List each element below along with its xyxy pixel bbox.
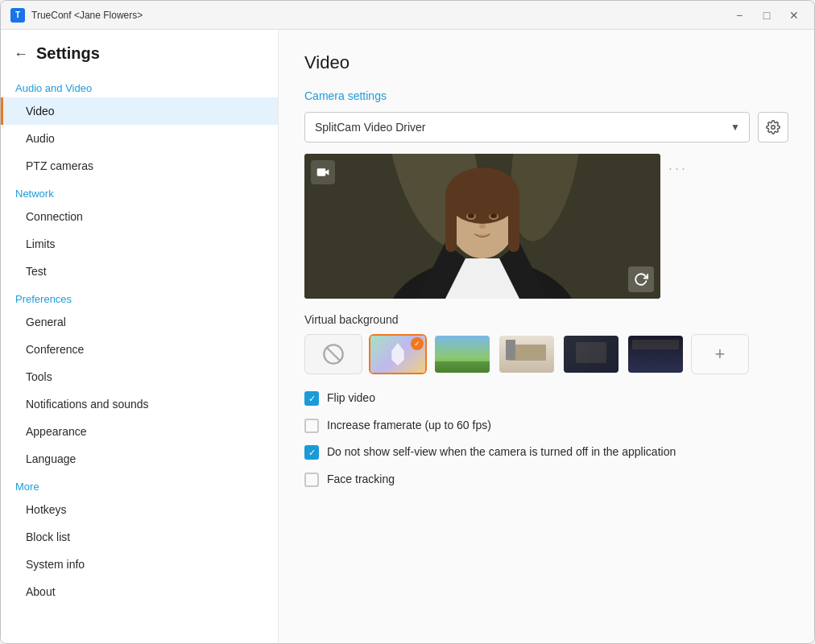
- more-options-area: ···: [668, 154, 688, 177]
- sidebar-item-limits[interactable]: Limits: [1, 230, 278, 258]
- svg-rect-13: [508, 196, 519, 252]
- no-background-icon: [322, 343, 345, 365]
- titlebar: T TrueConf <Jane Flowers> − □ ✕: [1, 1, 814, 30]
- svg-point-16: [468, 213, 474, 218]
- sidebar-title: Settings: [36, 44, 100, 63]
- checkbox-framerate: Increase framerate (up to 60 fps): [304, 418, 788, 434]
- sidebar-item-audio[interactable]: Audio: [1, 125, 278, 152]
- svg-rect-12: [445, 196, 457, 252]
- maximize-button[interactable]: □: [756, 7, 777, 23]
- drop-shape: [389, 343, 407, 365]
- vbg-none[interactable]: [304, 334, 362, 374]
- more-options-button[interactable]: ···: [668, 160, 688, 177]
- app-icon: T: [10, 8, 25, 23]
- vbg-dark[interactable]: [627, 334, 685, 374]
- decor1: [506, 340, 515, 360]
- office-bg-preview: [499, 336, 554, 373]
- sidebar-item-video[interactable]: Video: [1, 97, 278, 125]
- checkbox-flip-video: ✓ Flip video: [304, 390, 788, 407]
- section-label-preferences: Preferences: [1, 285, 278, 308]
- outdoor-bg-preview: [435, 336, 490, 373]
- checkbox-face-tracking: Face tracking: [304, 472, 788, 488]
- sidebar-item-ptz-cameras[interactable]: PTZ cameras: [1, 152, 278, 180]
- svg-line-20: [327, 348, 340, 361]
- camera-select-wrapper: SplitCam Video Driver ▼: [304, 112, 750, 142]
- dark-top: [632, 340, 679, 349]
- titlebar-buttons: − □ ✕: [729, 7, 805, 23]
- vbg-office[interactable]: [498, 334, 556, 374]
- vbg-add-button[interactable]: +: [691, 334, 749, 374]
- sidebar-item-conference[interactable]: Conference: [1, 336, 278, 363]
- flip-video-checkbox[interactable]: ✓: [304, 391, 319, 406]
- camera-settings-gear-button[interactable]: [758, 112, 788, 142]
- sidebar-item-language[interactable]: Language: [1, 445, 278, 473]
- framerate-label: Increase framerate (up to 60 fps): [327, 418, 491, 434]
- vbg-room[interactable]: [562, 334, 620, 374]
- sidebar-header: ← Settings: [1, 30, 278, 74]
- virtual-background-items: ✓: [304, 334, 788, 374]
- flip-video-label: Flip video: [327, 390, 375, 407]
- vbg-outdoor[interactable]: [433, 334, 491, 374]
- sidebar-item-system-info[interactable]: System info: [1, 551, 278, 578]
- camera-settings-label: Camera settings: [304, 89, 788, 102]
- svg-point-18: [479, 224, 486, 229]
- video-refresh-button[interactable]: [628, 266, 654, 292]
- close-button[interactable]: ✕: [784, 7, 805, 23]
- sidebar-item-about[interactable]: About: [1, 578, 278, 605]
- selfview-checkbox[interactable]: ✓: [304, 445, 319, 460]
- svg-point-0: [772, 126, 776, 130]
- sidebar-item-connection[interactable]: Connection: [1, 203, 278, 230]
- selfview-label: Do not show self-view when the camera is…: [327, 444, 676, 460]
- page-title: Video: [304, 52, 788, 73]
- sidebar-item-block-list[interactable]: Block list: [1, 523, 278, 551]
- virtual-background-label: Virtual background: [304, 313, 788, 326]
- sidebar-item-notifications[interactable]: Notifications and sounds: [1, 390, 278, 418]
- sidebar-item-general[interactable]: General: [1, 308, 278, 336]
- room-decor: [576, 342, 606, 363]
- person-preview: [304, 154, 660, 299]
- vbg-gradient[interactable]: ✓: [369, 334, 427, 374]
- back-button[interactable]: ←: [14, 47, 28, 61]
- sidebar-item-hotkeys[interactable]: Hotkeys: [1, 496, 278, 523]
- main-content: Video Camera settings SplitCam Video Dri…: [279, 30, 814, 643]
- checkbox-selfview: ✓ Do not show self-view when the camera …: [304, 444, 788, 460]
- sidebar-item-tools[interactable]: Tools: [1, 363, 278, 390]
- section-label-audio-video: Audio and Video: [1, 74, 278, 97]
- dark-bg-preview: [628, 336, 683, 373]
- framerate-checkbox[interactable]: [304, 419, 319, 433]
- refresh-icon: [634, 272, 648, 287]
- minimize-button[interactable]: −: [729, 7, 750, 23]
- camera-select[interactable]: SplitCam Video Driver: [304, 112, 750, 142]
- face-tracking-label: Face tracking: [327, 472, 395, 488]
- camera-svg-icon: [316, 167, 329, 178]
- sidebar-item-appearance[interactable]: Appearance: [1, 418, 278, 445]
- room-bg-preview: [564, 336, 618, 373]
- selected-check-badge: ✓: [411, 337, 424, 350]
- outdoor-ground: [435, 361, 490, 373]
- camera-icon: [311, 160, 335, 184]
- section-label-more: More: [1, 473, 278, 496]
- content-area: ← Settings Audio and Video Video Audio P…: [1, 30, 814, 643]
- plus-icon: +: [715, 344, 726, 365]
- sidebar-item-test[interactable]: Test: [1, 258, 278, 285]
- section-label-network: Network: [1, 180, 278, 203]
- sidebar: ← Settings Audio and Video Video Audio P…: [1, 30, 279, 643]
- gear-icon: [766, 120, 780, 134]
- svg-point-17: [490, 213, 497, 218]
- titlebar-title: TrueConf <Jane Flowers>: [31, 10, 729, 21]
- camera-select-row: SplitCam Video Driver ▼: [304, 112, 788, 142]
- video-preview: [304, 154, 660, 299]
- face-tracking-checkbox[interactable]: [304, 473, 319, 487]
